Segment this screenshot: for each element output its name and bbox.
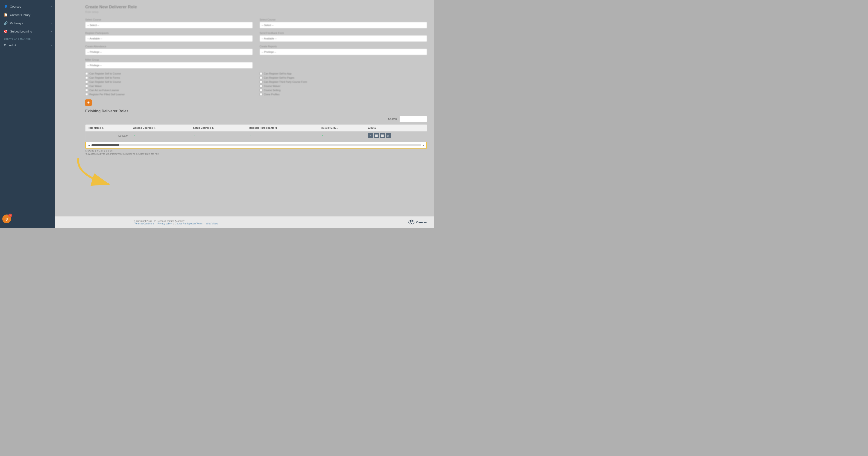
- checkbox-register-self-course-input[interactable]: [85, 72, 88, 75]
- checkbox-course-setting-input[interactable]: [259, 89, 262, 91]
- courses-icon: 👤: [4, 5, 8, 8]
- checkbox-register-third-party-input[interactable]: [259, 81, 262, 83]
- checkbox-register-self-course-label: Can Register Self to Course: [89, 72, 121, 75]
- checkbox-register-self-app[interactable]: Can Register Self to App: [259, 72, 427, 75]
- notification-badge: 2: [8, 213, 12, 217]
- send-feedback-input[interactable]: -- Available --: [259, 35, 427, 42]
- sidebar-item-courses[interactable]: 👤 Courses ›: [0, 2, 55, 10]
- copyright-text: © Copyright 2023 The Censeo Learning Aca…: [134, 220, 185, 222]
- col-header-setup-courses[interactable]: Setup Courses ⇅: [191, 124, 247, 132]
- checkbox-course-setting[interactable]: Course Setting: [259, 89, 427, 91]
- scroll-right-arrow[interactable]: ►: [422, 144, 425, 146]
- cell-assess-courses: ✓: [131, 132, 191, 140]
- select-course-2-label: Select Course: [259, 18, 427, 21]
- search-input[interactable]: [399, 116, 427, 122]
- link-button[interactable]: ⛓: [386, 133, 391, 138]
- sidebar-item-guided-learning[interactable]: 🎯 Guided Learning ›: [0, 27, 55, 35]
- checkbox-register-self-pages[interactable]: Can Register Self to Pages: [259, 76, 427, 79]
- col-header-role-name[interactable]: Role Name ⇅: [86, 124, 131, 132]
- privacy-link[interactable]: Privacy policy: [158, 222, 172, 225]
- checkbox-register-self-course2-label: Can Register Self to Course: [89, 81, 121, 83]
- user-avatar-area[interactable]: g 2: [2, 215, 11, 223]
- cell-role-name: Educator: [86, 132, 131, 140]
- sidebar-item-label: Courses: [10, 5, 21, 8]
- footnote: *Full access only to the programmes assi…: [85, 153, 427, 155]
- checkbox-register-third-party[interactable]: Can Register Third Party Course Form: [259, 81, 427, 83]
- checkbox-register-self-course[interactable]: Can Register Self to Course: [85, 72, 253, 75]
- footer: © Copyright 2023 The Censeo Learning Aca…: [55, 216, 434, 228]
- terms-link[interactable]: Terms & Conditions: [134, 222, 154, 225]
- whats-new-link[interactable]: What's New: [206, 222, 218, 225]
- table-row: Educator ✓ ✓ ✓ ✓ ✎ ⬜ ⬜ ⛓: [86, 132, 427, 140]
- avatar-initial: g: [5, 217, 8, 221]
- table-header-row: Role Name ⇅ Assess Courses ⇅ Setup Cours…: [86, 124, 427, 132]
- cell-setup-courses: ✓: [191, 132, 247, 140]
- register-participants-label: Register Participants: [85, 32, 253, 34]
- checkbox-act-future-learner-input[interactable]: [85, 89, 88, 91]
- sidebar-item-pathways[interactable]: 🔗 Pathways ›: [0, 19, 55, 27]
- form-group-create-attendance: Create Attendance -- Privilege --: [85, 45, 253, 55]
- checkbox-clone-profiles-input[interactable]: [259, 93, 262, 96]
- cell-register-participants: ✓: [247, 132, 319, 140]
- checkbox-can-waive[interactable]: Can Waive: [85, 85, 253, 87]
- create-attendance-label: Create Attendance: [85, 45, 253, 48]
- footer-copyright: © Copyright 2023 The Censeo Learning Aca…: [134, 220, 219, 225]
- content-library-icon: 📋: [4, 13, 8, 17]
- checkbox-can-waive-input[interactable]: [85, 85, 88, 87]
- checkbox-register-self-course2-input[interactable]: [85, 81, 88, 83]
- register-participants-input[interactable]: -- Available --: [85, 35, 253, 42]
- sidebar-item-label: Guided Learning: [10, 30, 32, 33]
- select-course-2-input[interactable]: -- Select --: [259, 22, 427, 28]
- col-header-register-participants[interactable]: Register Participants ⇅: [247, 124, 319, 132]
- checkbox-course-waiver-input[interactable]: [259, 85, 262, 87]
- chevron-right-icon: ›: [51, 22, 52, 24]
- checkbox-register-per-filled-input[interactable]: [85, 93, 88, 96]
- participation-link[interactable]: Course Participation Terms: [175, 222, 203, 225]
- checkbox-course-waiver-label: Course Waiver: [264, 85, 280, 87]
- action-icons: ✎ ⬜ ⬜ ⛓: [368, 133, 425, 138]
- create-reports-input[interactable]: -- Privilege --: [259, 49, 427, 55]
- scrollbar-track[interactable]: [91, 144, 421, 146]
- chevron-right-icon: ›: [51, 13, 52, 16]
- guided-learning-icon: 🎯: [4, 30, 8, 33]
- page-subtitle: Role setup: [85, 10, 427, 13]
- miller-group-label: Miller Group: [85, 58, 253, 61]
- sidebar-item-content-library[interactable]: 📋 Content Library ›: [0, 10, 55, 19]
- checkbox-register-self-app-input[interactable]: [259, 72, 262, 75]
- footer-logo: Censeo: [408, 219, 427, 226]
- create-attendance-input[interactable]: -- Privilege --: [85, 49, 253, 55]
- checkboxes-area: Can Register Self to Course Can Register…: [85, 72, 427, 96]
- col-header-assess-courses[interactable]: Assess Courses ⇅: [131, 124, 191, 132]
- showing-text: Showing 1 to 1 of 1 entries: [85, 149, 427, 152]
- scroll-left-arrow[interactable]: ◄: [88, 144, 90, 146]
- checkbox-register-third-party-label: Can Register Third Party Course Form: [264, 81, 307, 83]
- checkbox-act-future-learner-label: Can Act as Future Learner: [89, 89, 119, 91]
- delete-button[interactable]: ⬜: [380, 133, 385, 138]
- add-button[interactable]: +: [85, 99, 92, 106]
- scrollbar-thumb[interactable]: [91, 144, 119, 146]
- checkbox-register-self-forms-label: Can Register Self to Forms: [89, 76, 120, 79]
- checkbox-course-waiver[interactable]: Course Waiver: [259, 85, 427, 87]
- copy-button[interactable]: ⬜: [374, 133, 379, 138]
- col-header-send-feedback[interactable]: Send Feedb...: [319, 124, 366, 132]
- chevron-right-icon: ›: [51, 44, 52, 47]
- sidebar-item-admin[interactable]: ⚙ Admin ›: [0, 41, 55, 49]
- horizontal-scrollbar[interactable]: ◄ ►: [85, 142, 427, 148]
- checkbox-register-self-pages-input[interactable]: [259, 76, 262, 79]
- create-reports-label: Create Reports: [259, 45, 427, 48]
- checkbox-register-self-forms[interactable]: Can Register Self to Forms: [85, 76, 253, 79]
- censeo-logo-icon: [408, 219, 415, 226]
- miller-group-input[interactable]: -- Privilege --: [85, 62, 253, 68]
- select-course-1-input[interactable]: -- Select --: [85, 22, 253, 28]
- checkbox-register-self-course2[interactable]: Can Register Self to Course: [85, 81, 253, 83]
- checkbox-act-future-learner[interactable]: Can Act as Future Learner: [85, 89, 253, 91]
- edit-button[interactable]: ✎: [368, 133, 373, 138]
- cell-action: ✎ ⬜ ⬜ ⛓: [366, 132, 427, 140]
- checkbox-clone-profiles[interactable]: Clone Profiles: [259, 93, 427, 96]
- roles-table-wrapper: Role Name ⇅ Assess Courses ⇅ Setup Cours…: [85, 124, 427, 140]
- checkbox-register-self-forms-input[interactable]: [85, 76, 88, 79]
- col-header-action: Action: [366, 124, 427, 132]
- checkbox-register-per-filled[interactable]: Register Per Filled Self Learner: [85, 93, 253, 96]
- select-course-1-label: Select Course: [85, 18, 253, 21]
- avatar[interactable]: g 2: [2, 215, 11, 223]
